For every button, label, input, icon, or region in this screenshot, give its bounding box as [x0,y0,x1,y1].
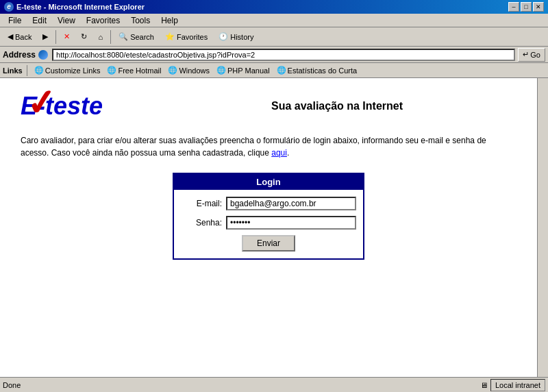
forward-icon: ▶ [42,32,48,41]
favorites-button[interactable]: ⭐ Favorites [160,29,212,45]
login-form: Login E-mail: Senha: Enviar [173,173,364,260]
links-separator [27,65,27,76]
menu-bar: File Edit View Favorites Tools Help [0,14,548,27]
login-title: Login [174,174,363,190]
window-title: E-teste - Microsoft Internet Explorer [16,3,145,11]
forward-button[interactable]: ▶ [38,29,53,45]
menu-help[interactable]: Help [155,14,184,27]
go-arrow-icon: ↵ [523,50,529,59]
address-input[interactable] [52,49,515,61]
menu-view[interactable]: View [52,14,81,27]
status-left: Done [3,381,21,389]
network-icon: 🖥 [480,381,488,389]
menu-file[interactable]: File [3,14,27,27]
home-button[interactable]: ⌂ [93,29,108,45]
back-icon: ◀ [8,32,13,41]
page-header: ✓ E-teste Sua avaliação na Internet [21,92,516,121]
favorites-icon: ⭐ [165,32,175,41]
search-icon: 🔍 [119,32,128,41]
link-estatisticas[interactable]: 🌐 Estatísticas do Curta [274,64,360,76]
scrollbar[interactable] [537,78,548,377]
toolbar: ◀ Back ▶ ✕ ↻ ⌂ 🔍 Search ⭐ Favorites 🕐 Hi… [0,27,548,47]
back-button[interactable]: ◀ Back [3,29,36,45]
senha-label: Senha: [181,218,222,228]
menu-edit[interactable]: Edit [27,14,52,27]
history-icon: 🕐 [219,32,228,41]
stop-button[interactable]: ✕ [59,29,75,45]
link-php[interactable]: 🌐 PHP Manual [214,64,273,76]
email-row: E-mail: [181,197,356,210]
home-icon: ⌂ [98,33,103,41]
aqui-link[interactable]: aqui [271,148,287,158]
ie-icon: e [4,2,14,12]
globe-icon [38,50,48,60]
links-label: Links [3,66,23,75]
stop-icon: ✕ [64,32,70,41]
search-button[interactable]: 🔍 Search [114,29,159,45]
content-area: ✓ E-teste Sua avaliação na Internet Caro… [0,78,548,377]
menu-favorites[interactable]: Favorites [81,14,125,27]
refresh-icon: ↻ [81,32,87,41]
link-hotmail[interactable]: 🌐 Free Hotmail [104,64,164,76]
email-input[interactable] [226,197,356,210]
link-icon-customize: 🌐 [34,66,44,75]
link-icon-php: 🌐 [216,66,226,75]
title-bar: e E-teste - Microsoft Internet Explorer … [0,0,548,14]
status-text: Done [3,381,21,389]
link-icon-estatisticas: 🌐 [277,66,286,75]
status-bar: Done 🖥 Local intranet [0,377,548,392]
login-body: E-mail: Senha: Enviar [174,190,363,258]
senha-row: Senha: [181,216,356,230]
menu-tools[interactable]: Tools [125,14,155,27]
address-bar: Address ↵ Go [0,47,548,63]
links-bar: Links 🌐 Customize Links 🌐 Free Hotmail 🌐… [0,63,548,78]
history-button[interactable]: 🕐 History [214,29,258,45]
minimize-button[interactable]: – [508,2,519,12]
link-customize[interactable]: 🌐 Customize Links [32,64,103,76]
page-content: ✓ E-teste Sua avaliação na Internet Caro… [0,78,548,377]
submit-button[interactable]: Enviar [242,235,295,252]
logo: ✓ E-teste [21,92,130,121]
maximize-button[interactable]: □ [521,2,532,12]
window-controls[interactable]: – □ ✕ [508,2,544,12]
link-icon-windows: 🌐 [168,66,177,75]
senha-input[interactable] [226,216,356,230]
separator-2 [110,30,111,44]
page-title: Sua avaliação na Internet [271,100,403,112]
link-windows[interactable]: 🌐 Windows [165,64,212,76]
checkmark-icon: ✓ [25,84,58,122]
status-right: 🖥 Local intranet [480,379,545,391]
page-description: Caro avaliador, para criar e/ou alterar … [21,134,516,159]
close-button[interactable]: ✕ [533,2,544,12]
go-button[interactable]: ↵ Go [518,48,545,62]
email-label: E-mail: [181,199,222,208]
refresh-button[interactable]: ↻ [76,29,92,45]
zone-panel: Local intranet [490,379,545,391]
form-actions: Enviar [181,235,356,252]
separator-1 [55,30,56,44]
link-icon-hotmail: 🌐 [107,66,116,75]
address-label: Address [3,50,36,60]
